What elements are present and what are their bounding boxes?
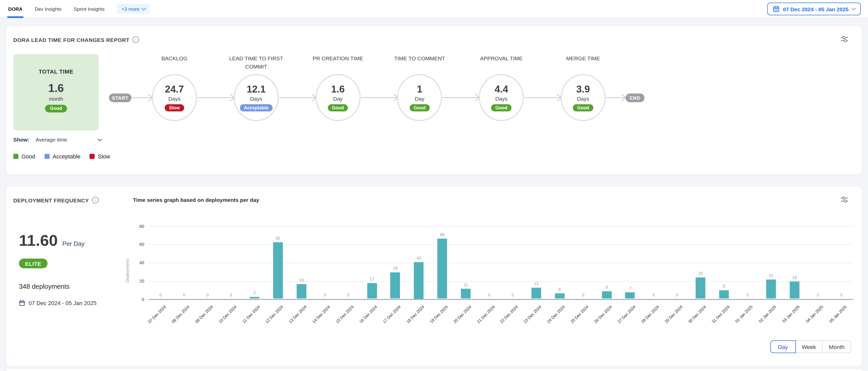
bar-18-dec-2024[interactable] (414, 262, 424, 299)
total-deployments: 348 deployments (19, 282, 69, 290)
bar-27-dec-2024[interactable] (625, 292, 635, 299)
bar-12-dec-2024[interactable] (273, 242, 283, 299)
bar-value-label: 9 (716, 284, 732, 289)
stage-label-backlog: BACKLOG (143, 54, 206, 63)
stage-unit: Days (168, 96, 181, 102)
deployments-per-day-value: 11.60 (19, 232, 58, 250)
flow-arrow (279, 93, 317, 103)
x-axis-tick: 14 Dec 2024 (285, 305, 331, 351)
bar-value-label: 7 (622, 286, 638, 291)
bar-16-dec-2024[interactable] (367, 283, 377, 299)
bar-11-dec-2024[interactable] (250, 297, 259, 299)
more-tabs-button[interactable]: +3 more (117, 4, 150, 14)
legend-label: Slow (98, 153, 110, 160)
x-axis-tick: 24 Dec 2024 (520, 305, 566, 351)
deployments-per-day-unit: Per Day (62, 240, 85, 247)
bar-24-dec-2024[interactable] (555, 293, 565, 299)
stage-label-time-to-comment: TIME TO COMMENT (388, 54, 452, 63)
stage-unit: Days (250, 96, 262, 102)
lead-time-title: DORA LEAD TIME FOR CHANGES REPORT (13, 37, 129, 43)
total-time-label: TOTAL TIME (39, 68, 73, 74)
y-axis-tick: 60 (124, 242, 144, 247)
chart-settings-icon[interactable] (840, 35, 848, 43)
x-axis-tick: 13 Dec 2024 (261, 305, 308, 351)
bar-02-jan-2025[interactable] (766, 279, 776, 299)
stage-status-badge: Good (491, 104, 512, 111)
tab-sprint-insights[interactable]: Sprint Insights (74, 0, 104, 18)
show-label: Show: (13, 136, 29, 142)
performance-tier-badge: ELITE (19, 259, 48, 268)
bar-value-label: 0 (670, 293, 685, 297)
date-range-picker[interactable]: 07 Dec 2024 - 05 Jan 2025 (767, 3, 861, 15)
x-axis-tick: 10 Dec 2024 (191, 305, 237, 351)
tab-dora[interactable]: DORA (8, 0, 23, 18)
bar-value-label: 6 (552, 287, 567, 292)
info-icon[interactable]: i (132, 36, 139, 43)
bar-value-label: 0 (341, 293, 356, 297)
stage-node-approval-time: 4.4DaysGood (479, 74, 524, 121)
pipeline-end-pill: END (625, 94, 645, 102)
bar-20-dec-2024[interactable] (461, 289, 471, 299)
x-axis-tick: 23 Dec 2024 (496, 305, 542, 351)
view-day-button[interactable]: Day (770, 340, 796, 353)
legend-label: Acceptable (53, 153, 81, 160)
x-axis-tick: 15 Dec 2024 (308, 305, 355, 351)
legend-swatch (90, 154, 95, 159)
view-week-button[interactable]: Week (795, 340, 823, 353)
bar-19-dec-2024[interactable] (438, 238, 447, 299)
legend-swatch (44, 154, 50, 159)
y-axis-label: Deployments (125, 259, 130, 282)
y-axis-tick: 80 (124, 224, 144, 229)
time-granularity-switch: DayWeekMonth (770, 340, 851, 353)
date-range-label: 07 Dec 2024 - 05 Jan 2025 (783, 6, 848, 12)
lead-time-pipeline: STARTBACKLOG24.7DaysSlowLEAD TIME TO FIR… (6, 26, 863, 175)
x-axis-tick: 27 Dec 2024 (590, 305, 636, 351)
flow-arrow (443, 93, 480, 103)
flow-arrow (361, 93, 398, 103)
legend-item-good: Good (13, 153, 35, 160)
deployment-date-range-label: 07 Dec 2024 - 05 Jan 2025 (29, 300, 96, 306)
bar-value-label: 23 (693, 272, 708, 276)
x-axis-tick: 30 Dec 2024 (660, 305, 707, 351)
bar-value-label: 0 (834, 293, 849, 297)
view-month-button[interactable]: Month (822, 340, 851, 353)
bar-value-label: 0 (482, 293, 497, 297)
chart-settings-icon[interactable] (840, 196, 848, 203)
lead-time-card: DORA LEAD TIME FOR CHANGES REPORT i TOTA… (6, 26, 862, 175)
flow-arrow (131, 93, 153, 103)
bar-26-dec-2024[interactable] (602, 291, 612, 299)
bar-value-label: 11 (458, 282, 473, 287)
x-axis-tick: 20 Dec 2024 (426, 305, 472, 351)
bar-03-jan-2025[interactable] (790, 281, 800, 299)
chevron-down-icon (98, 137, 102, 141)
stage-unit: Day (333, 96, 343, 102)
x-axis-tick: 22 Dec 2024 (472, 305, 519, 351)
gridline (149, 263, 853, 263)
stage-status-badge: Good (409, 104, 430, 111)
bar-31-dec-2024[interactable] (719, 291, 729, 299)
deployment-chart: Deployments 806040200007 Dec 2024008 Dec… (6, 187, 863, 367)
tab-dev-insights[interactable]: Dev Insights (35, 0, 62, 18)
stage-unit: Day (415, 96, 424, 102)
stage-node-backlog: 24.7DaysSlow (152, 74, 197, 121)
bar-value-label: 0 (317, 293, 333, 297)
x-axis-tick: 07 Dec 2024 (120, 305, 167, 351)
x-axis-tick: 11 Dec 2024 (214, 305, 260, 351)
x-axis-tick: 25 Dec 2024 (543, 305, 589, 351)
bar-value-label: 0 (200, 293, 215, 297)
bar-23-dec-2024[interactable] (531, 288, 541, 299)
show-dropdown[interactable]: Show: Average time (13, 136, 101, 142)
bar-value-label: 62 (270, 236, 286, 240)
bar-30-dec-2024[interactable] (695, 278, 705, 299)
info-icon[interactable]: i (92, 197, 99, 203)
bar-13-dec-2024[interactable] (297, 284, 306, 299)
flow-arrow (524, 93, 562, 103)
bar-value-label: 17 (364, 277, 379, 281)
stage-node-time-to-comment: 1DayGood (397, 74, 442, 121)
bar-value-label: 0 (810, 293, 826, 297)
stage-node-merge-time: 3.9DaysGood (561, 74, 606, 121)
stage-status-badge: Good (573, 104, 593, 111)
x-axis-tick: 08 Dec 2024 (144, 305, 190, 351)
bar-17-dec-2024[interactable] (391, 272, 400, 299)
x-axis-tick: 01 Jan 2025 (707, 305, 754, 351)
